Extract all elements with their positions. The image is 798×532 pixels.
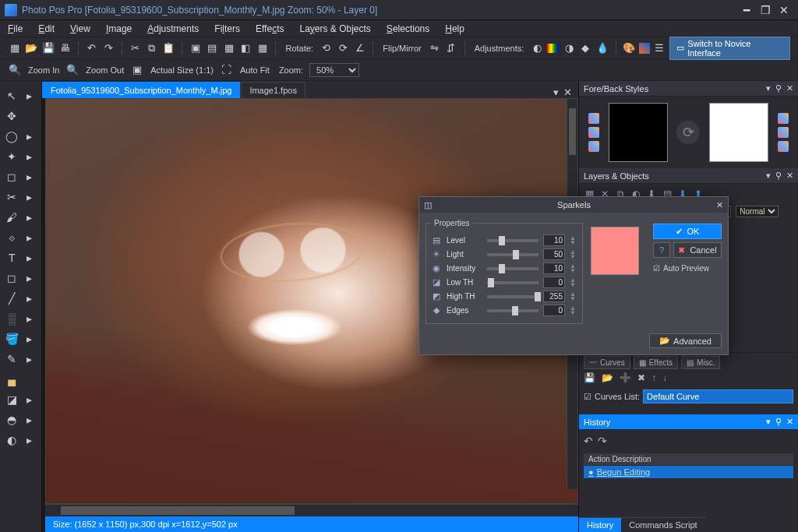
remove-icon[interactable]: ✖ <box>637 372 645 383</box>
menu-view[interactable]: View <box>70 23 90 34</box>
pin-icon[interactable]: ⚲ <box>775 171 782 181</box>
styles-icon[interactable]: ◧ <box>239 41 252 55</box>
zoom-in-label[interactable]: Zoom In <box>28 65 59 75</box>
down-icon[interactable]: ↓ <box>662 372 667 383</box>
save-icon[interactable]: 💾 <box>584 372 595 383</box>
tool-menu-icon[interactable]: ▸ <box>23 412 37 428</box>
spinner-icon[interactable]: ▲▼ <box>570 236 577 245</box>
blend-select[interactable]: Normal <box>736 206 779 217</box>
rotate-angle-icon[interactable]: ∠ <box>353 41 366 55</box>
gradient-icon[interactable] <box>547 44 560 53</box>
tool-menu-icon[interactable]: ▸ <box>23 189 37 205</box>
close-button[interactable]: ✕ <box>775 2 793 18</box>
cancel-button[interactable]: ✖Cancel <box>673 242 722 258</box>
menu-adjustments[interactable]: Adjustments <box>147 23 199 34</box>
tab-history[interactable]: History <box>579 517 621 532</box>
swatch-icon[interactable] <box>588 127 599 138</box>
tab-document-active[interactable]: Fotolia_95319600_Subscription_Monthly_M.… <box>42 82 240 98</box>
prop-input[interactable] <box>543 305 565 316</box>
text-tool-icon[interactable]: T <box>5 250 19 266</box>
scrollbar-horizontal[interactable] <box>45 504 578 516</box>
tool-menu-icon[interactable]: ▸ <box>23 250 37 266</box>
pin-icon[interactable]: ⚲ <box>775 83 782 93</box>
menu-layers[interactable]: Layers & Objects <box>299 23 370 34</box>
grid-icon[interactable]: ▦ <box>256 41 269 55</box>
zoom-out-icon[interactable]: 🔍 <box>65 63 79 77</box>
redo-icon[interactable]: ↷ <box>101 41 115 55</box>
panel-forestyles-header[interactable]: Fore/Back Styles ▾⚲✕ <box>579 81 798 97</box>
help-button[interactable]: ? <box>653 242 670 258</box>
filters-icon[interactable] <box>639 43 650 54</box>
swatch-icon[interactable] <box>778 141 789 152</box>
smudge-tool-icon[interactable]: ◐ <box>5 432 19 448</box>
chevron-down-icon[interactable]: ▾ <box>766 171 771 181</box>
stamp-tool-icon[interactable]: ▄ <box>5 372 19 387</box>
tool-menu-icon[interactable]: ▸ <box>23 270 37 286</box>
close-icon[interactable]: ✕ <box>786 83 793 93</box>
swatch-icon[interactable] <box>588 141 599 152</box>
line-tool-icon[interactable]: ╱ <box>5 291 19 306</box>
tool-menu-icon[interactable]: ▸ <box>23 351 37 367</box>
prop-input[interactable] <box>543 291 565 302</box>
close-icon[interactable]: ✕ <box>786 417 793 427</box>
rotate-left-icon[interactable]: ⟲ <box>320 41 333 55</box>
chevron-down-icon[interactable]: ▾ <box>766 83 771 93</box>
prop-input[interactable] <box>543 248 565 260</box>
frames-icon[interactable]: ▣ <box>189 41 202 55</box>
color-preview[interactable] <box>591 227 639 275</box>
dialog-titlebar[interactable]: ◫ Sparkels ✕ <box>419 197 728 213</box>
close-icon[interactable]: ✕ <box>786 171 793 181</box>
background-swatch[interactable] <box>709 103 768 162</box>
new-icon[interactable]: ▦ <box>8 41 21 55</box>
open-icon[interactable]: 📂 <box>24 41 37 55</box>
crop-tool-icon[interactable]: ✂ <box>5 189 19 205</box>
panel-history-header[interactable]: History ▾⚲✕ <box>579 414 798 430</box>
cut-icon[interactable]: ✂ <box>129 41 142 55</box>
ok-button[interactable]: ✔OK <box>653 224 722 239</box>
flip-v-icon[interactable]: ⇵ <box>444 41 457 55</box>
rotate-right-icon[interactable]: ⟳ <box>336 41 349 55</box>
open-icon[interactable]: 📂 <box>602 372 613 383</box>
menu-selections[interactable]: Selections <box>387 23 429 34</box>
swatch-icon[interactable] <box>588 113 599 124</box>
menu-filters[interactable]: Filters <box>214 23 240 34</box>
script-icon[interactable]: ☰ <box>653 41 666 55</box>
fill-tool-icon[interactable]: 🪣 <box>5 331 19 347</box>
tool-menu-icon[interactable]: ▸ <box>23 88 37 104</box>
brush-tool-icon[interactable]: 🖌 <box>5 210 19 225</box>
arrow-tool-icon[interactable]: ↖ <box>5 88 19 104</box>
prop-slider[interactable] <box>487 239 538 242</box>
drop-icon[interactable]: 💧 <box>595 41 609 55</box>
hue-icon[interactable]: ◑ <box>562 41 575 55</box>
curves-list-input[interactable] <box>643 389 793 403</box>
swatch-icon[interactable] <box>778 113 789 124</box>
prop-input[interactable] <box>543 277 565 288</box>
wand-tool-icon[interactable]: ✦ <box>5 149 19 164</box>
eraser-tool-icon[interactable]: ◪ <box>5 392 19 407</box>
prop-slider[interactable] <box>487 281 538 284</box>
tab-menu-icon[interactable]: ▾ <box>553 86 559 98</box>
tool-menu-icon[interactable]: ▸ <box>23 331 37 347</box>
tool-menu-icon[interactable]: ▸ <box>23 169 37 185</box>
tab-curves[interactable]: 〰Curves <box>584 356 630 369</box>
advanced-button[interactable]: 📂 Advanced <box>649 333 722 348</box>
actual-size-label[interactable]: Actual Size (1:1) <box>150 65 214 75</box>
tab-document[interactable]: Image1.fpos <box>241 82 305 98</box>
zoom-out-label[interactable]: Zoom Out <box>86 65 124 75</box>
move-tool-icon[interactable]: ✥ <box>5 108 19 124</box>
prop-slider[interactable] <box>487 253 538 256</box>
zoom-in-icon[interactable]: 🔍 <box>8 63 22 77</box>
checkbox-icon[interactable]: ☑ <box>584 392 591 402</box>
shape-tool-icon[interactable]: ◻ <box>5 270 19 286</box>
clone-tool-icon[interactable]: ⟐ <box>5 230 19 245</box>
spinner-icon[interactable]: ▲▼ <box>570 250 577 259</box>
foreground-swatch[interactable] <box>609 103 668 162</box>
spinner-icon[interactable]: ▲▼ <box>570 278 577 287</box>
undo-icon[interactable]: ↶ <box>85 41 98 55</box>
maximize-button[interactable]: ❐ <box>756 2 775 18</box>
spinner-icon[interactable]: ▲▼ <box>570 292 577 301</box>
redo-icon[interactable]: ↷ <box>598 435 607 447</box>
zoom-select[interactable]: 50% <box>309 63 359 77</box>
lasso-tool-icon[interactable]: ◯ <box>5 129 19 144</box>
prop-input[interactable] <box>543 262 565 274</box>
